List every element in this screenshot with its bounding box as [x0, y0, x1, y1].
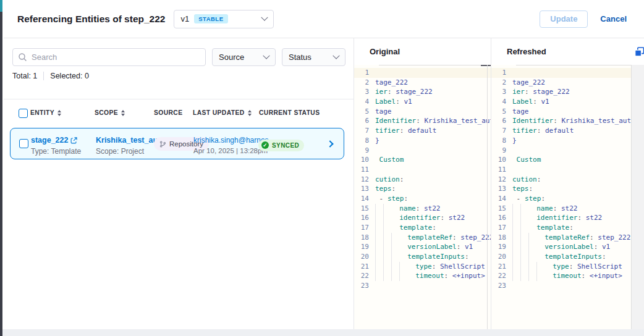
code-line: 7tifier: default — [491, 126, 631, 136]
horizontal-scrollbar[interactable] — [516, 65, 631, 65]
indent-guide — [520, 204, 528, 214]
indent-guide — [520, 262, 528, 272]
cancel-button[interactable]: Cancel — [600, 14, 627, 23]
code-line: 8} — [491, 136, 631, 146]
line-number: 4 — [354, 97, 369, 107]
total-count: Total: 1 — [12, 72, 37, 80]
table-header: ENTITY SCOPE SOURCE LAST UPDATED — [4, 107, 354, 122]
code-line: 2tage_222 — [354, 78, 491, 88]
refreshed-panel-header: Refreshed — [491, 38, 644, 65]
line-number: 18 — [491, 233, 506, 243]
line-number: 9 — [354, 146, 369, 156]
line-number: 8 — [491, 136, 506, 146]
code-line: 13teps: — [491, 184, 631, 194]
totals-row: Total: 1 Selected: 0 — [12, 72, 89, 80]
line-number: 12 — [491, 175, 506, 185]
column-source: SOURCE — [154, 109, 182, 116]
copy-icon — [634, 46, 644, 57]
code-editor-original[interactable]: 12tage_2223ier: stage_2224Label: v15tage… — [354, 65, 491, 329]
page-title: Referencing Entities of step_222 — [17, 14, 165, 25]
horizontal-scrollbar-thumb[interactable] — [481, 65, 491, 66]
code-line: 18 templateRef: step_222 — [491, 233, 631, 243]
line-number: 11 — [491, 165, 506, 175]
indent-guide — [520, 242, 528, 252]
code-line: 5tage — [491, 107, 631, 117]
indent-guide — [375, 223, 383, 233]
line-number: 2 — [491, 78, 506, 88]
code-line: 12cution: — [491, 175, 631, 185]
code-line: 20 templateInputs: — [491, 252, 631, 262]
code-line: 2tage_222 — [491, 78, 631, 88]
indent-guide — [528, 233, 536, 243]
entity-type: Type: Template — [31, 147, 81, 156]
code-line: 17 template: — [354, 223, 491, 233]
line-number: 20 — [354, 252, 369, 262]
column-entity: ENTITY — [30, 109, 61, 116]
vertical-scrollbar[interactable] — [487, 65, 488, 329]
indent-guide — [375, 262, 383, 272]
indent-guide — [375, 213, 383, 223]
source-filter-dropdown[interactable]: Source — [212, 48, 276, 66]
indent-guide — [399, 262, 407, 272]
status-filter-dropdown[interactable]: Status — [282, 48, 345, 66]
horizontal-scrollbar[interactable] — [379, 65, 491, 65]
line-number: 12 — [354, 175, 369, 185]
version-dropdown[interactable]: v1 STABLE — [174, 10, 274, 28]
code-line: 14 - step: — [491, 194, 631, 204]
status-cell: ✓ SYNCED — [258, 138, 304, 151]
code-line: 9 — [354, 146, 491, 156]
update-button[interactable]: Update — [540, 10, 588, 28]
code-line: 21 type: ShellScript — [354, 262, 491, 272]
column-current-status: CURRENT STATUS — [259, 109, 320, 116]
line-number: 20 — [491, 252, 506, 262]
indent-guide — [383, 262, 391, 272]
code-editor-refreshed[interactable]: 12tage_2223ier: stage_2224Label: v15tage… — [491, 65, 644, 329]
line-number: 7 — [491, 126, 506, 136]
line-number: 1 — [491, 68, 506, 78]
search-box — [12, 48, 206, 66]
code-line: 8} — [354, 136, 491, 146]
line-number: 5 — [354, 107, 369, 117]
refreshed-title: Refreshed — [507, 47, 546, 56]
underlying-page-accent — [0, 0, 2, 12]
sort-entity-icon[interactable] — [57, 110, 61, 116]
sort-scope-icon[interactable] — [121, 110, 125, 116]
referencing-entities-modal: Referencing Entities of step_222 v1 STAB… — [4, 0, 644, 329]
line-number: 15 — [354, 204, 369, 214]
line-number: 15 — [491, 204, 506, 214]
indent-guide — [528, 242, 536, 252]
chevron-right-icon[interactable] — [326, 140, 333, 147]
indent-guide — [512, 213, 520, 223]
code-line: 18 templateRef: step_222 — [354, 233, 491, 243]
indent-guide — [375, 252, 383, 262]
indent-guide — [375, 204, 383, 214]
repository-icon — [159, 141, 166, 148]
code-line: 23 — [354, 281, 491, 291]
line-number: 21 — [354, 262, 369, 272]
entity-link[interactable]: stage_222 — [31, 136, 77, 145]
search-input[interactable] — [12, 48, 206, 66]
code-line: 19 versionLabel: v1 — [491, 242, 631, 252]
scrollbar-gutter — [631, 65, 644, 329]
indent-guide — [383, 252, 391, 262]
select-all-checkbox[interactable] — [19, 109, 28, 118]
line-number: 6 — [354, 116, 369, 126]
search-icon — [18, 52, 27, 64]
modal-body: Source Status Total: 1 Selected: 0 — [4, 38, 644, 329]
indent-guide — [375, 242, 383, 252]
indent-guide — [512, 271, 520, 281]
page: Referencing Entities of step_222 v1 STAB… — [0, 0, 644, 336]
chevron-down-icon — [333, 52, 339, 59]
copy-button[interactable] — [634, 46, 644, 57]
line-number: 17 — [354, 223, 369, 233]
row-checkbox[interactable] — [19, 139, 28, 148]
sort-last-updated-icon[interactable] — [248, 110, 252, 116]
divider — [4, 99, 354, 99]
chevron-down-icon — [263, 52, 269, 59]
line-number: 22 — [354, 271, 369, 281]
indent-guide — [512, 252, 520, 262]
code-line: 1 — [491, 68, 631, 78]
stable-badge: STABLE — [194, 14, 227, 23]
table-row[interactable]: stage_222 Type: Template Krishika_test_a… — [10, 128, 344, 159]
line-number: 10 — [354, 155, 369, 165]
